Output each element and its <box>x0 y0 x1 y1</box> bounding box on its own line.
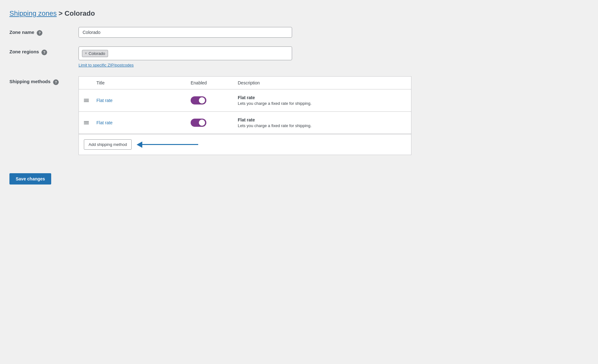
method-enabled-toggle[interactable] <box>191 119 206 127</box>
shipping-methods-row: Shipping methods ? Title Enabled Descrip… <box>9 76 589 155</box>
add-shipping-method-button[interactable]: Add shipping method <box>84 139 132 150</box>
col-description-header: Description <box>238 80 406 85</box>
arrow-annotation <box>137 142 198 148</box>
method-desc-text: Lets you charge a fixed rate for shippin… <box>238 123 406 128</box>
save-changes-button[interactable]: Save changes <box>9 173 51 185</box>
col-enabled-header: Enabled <box>191 80 238 85</box>
zone-name-label: Zone name <box>9 29 34 35</box>
limit-postcodes-link[interactable]: Limit to specific ZIP/postcodes <box>79 63 134 67</box>
method-enabled-toggle[interactable] <box>191 96 206 104</box>
svg-rect-3 <box>84 121 89 122</box>
svg-rect-0 <box>84 99 89 99</box>
col-title-header: Title <box>96 80 191 85</box>
drag-handle-icon[interactable] <box>84 98 96 103</box>
zone-name-row: Zone name ? <box>9 27 589 38</box>
svg-rect-4 <box>84 122 89 123</box>
method-desc-title: Flat rate <box>238 117 406 122</box>
region-tag-label: Colorado <box>89 51 105 56</box>
zone-name-field-cell <box>79 27 292 38</box>
zone-regions-label: Zone regions <box>9 49 39 54</box>
breadcrumb-separator: > <box>59 9 63 17</box>
methods-table-header: Title Enabled Description <box>79 77 411 89</box>
region-tag-remove[interactable]: × <box>85 51 87 56</box>
breadcrumb-link[interactable]: Shipping zones <box>9 9 57 17</box>
svg-rect-1 <box>84 100 89 101</box>
zone-name-input[interactable] <box>79 27 292 38</box>
shipping-methods-label: Shipping methods <box>9 79 51 84</box>
drag-handle-icon[interactable] <box>84 120 96 125</box>
method-toggle-cell <box>191 119 238 127</box>
method-desc-text: Lets you charge a fixed rate for shippin… <box>238 101 406 106</box>
regions-input-wrapper[interactable]: × Colorado <box>79 46 292 60</box>
breadcrumb: Shipping zones > Colorado <box>9 9 589 18</box>
shipping-methods-wrapper: Title Enabled Description Flat rate <box>79 76 411 155</box>
method-desc-cell: Flat rate Lets you charge a fixed rate f… <box>238 95 406 106</box>
breadcrumb-current: Colorado <box>65 9 95 17</box>
method-desc-title: Flat rate <box>238 95 406 100</box>
zone-regions-row: Zone regions ? × Colorado Limit to speci… <box>9 46 589 67</box>
methods-footer-row: Add shipping method <box>79 134 411 155</box>
method-title-link[interactable]: Flat rate <box>96 98 112 103</box>
method-title-cell: Flat rate <box>96 120 191 125</box>
toggle-thumb <box>199 120 205 126</box>
method-title-cell: Flat rate <box>96 98 191 103</box>
shipping-methods-help-icon[interactable]: ? <box>53 79 59 85</box>
table-row: Flat rate Flat rate Lets you charge a fi… <box>79 112 411 134</box>
table-row: Flat rate Flat rate Lets you charge a fi… <box>79 89 411 112</box>
zone-regions-help-icon[interactable]: ? <box>41 50 47 55</box>
method-desc-cell: Flat rate Lets you charge a fixed rate f… <box>238 117 406 128</box>
toggle-track <box>191 96 206 104</box>
shipping-methods-label-cell: Shipping methods ? <box>9 76 79 85</box>
zone-name-label-cell: Zone name ? <box>9 27 79 36</box>
toggle-thumb <box>199 97 205 104</box>
zone-name-help-icon[interactable]: ? <box>37 30 42 36</box>
toggle-track <box>191 119 206 127</box>
zone-regions-label-cell: Zone regions ? <box>9 46 79 55</box>
svg-rect-2 <box>84 101 89 102</box>
methods-table-container: Title Enabled Description Flat rate <box>79 76 411 155</box>
method-toggle-cell <box>191 96 238 104</box>
svg-rect-5 <box>84 124 89 124</box>
method-title-link[interactable]: Flat rate <box>96 120 112 125</box>
region-tag-colorado: × Colorado <box>82 50 108 57</box>
zone-regions-field-cell: × Colorado Limit to specific ZIP/postcod… <box>79 46 292 67</box>
arrow-line <box>142 144 198 145</box>
